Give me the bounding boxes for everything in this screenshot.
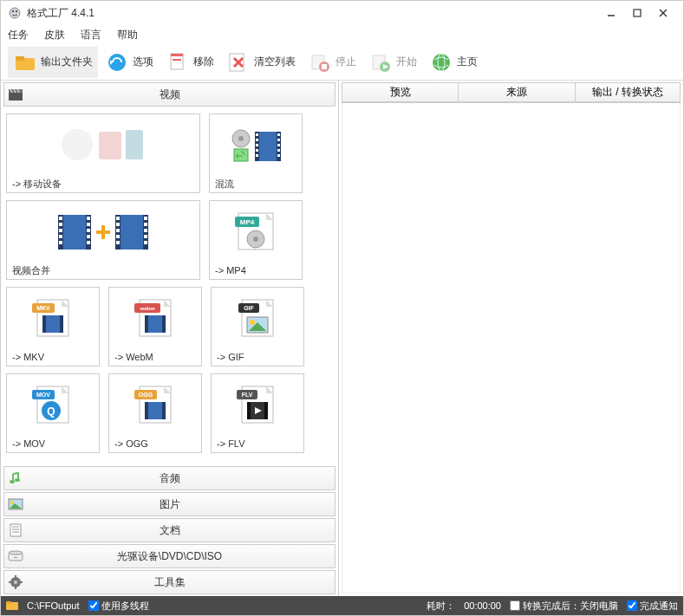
svg-rect-42 [256,149,258,152]
svg-text:OGG: OGG [139,392,153,398]
disc-drive-icon [4,550,27,562]
home-label: 主页 [457,55,478,69]
gear-icon [4,575,27,589]
shutdown-checkbox[interactable]: 转换完成后：关闭电脑 [510,600,618,613]
category-audio-header[interactable]: 音频 [3,466,335,490]
clear-list-button[interactable]: 清空列表 [221,47,301,78]
svg-text:GIF: GIF [244,305,254,311]
category-picture-label: 图片 [27,497,335,512]
category-document-header[interactable]: 文档 [3,518,335,542]
close-button[interactable] [650,4,676,22]
svg-rect-58 [87,223,90,226]
svg-rect-96 [162,315,166,333]
menu-bar: 任务 皮肤 语言 帮助 [1,25,683,44]
elapsed-value: 00:00:00 [464,600,501,611]
tile-video-join[interactable]: 视频合并 [6,200,200,280]
svg-rect-71 [144,223,147,226]
tile-flv-label: -> FLV [212,435,303,452]
options-label: 选项 [133,55,153,69]
svg-point-135 [9,551,23,554]
menu-language[interactable]: 语言 [81,28,101,42]
left-panel: 视频 -> 移动设备 混流 [1,81,339,596]
clear-list-label: 清空列表 [254,55,296,69]
svg-rect-66 [116,223,120,226]
category-tools-header[interactable]: 工具集 [3,570,335,594]
maximize-button[interactable] [624,4,650,22]
svg-point-2 [16,10,17,12]
svg-rect-136 [14,557,17,558]
svg-rect-40 [256,139,258,141]
stop-button[interactable]: 停止 [303,47,362,78]
start-label: 开始 [396,55,417,69]
output-path-text[interactable]: C:\FFOutput [27,600,80,611]
category-video-header[interactable]: 视频 [3,82,335,107]
menu-help[interactable]: 帮助 [117,28,138,42]
tile-ogg-label: -> OGG [109,435,201,452]
svg-rect-47 [277,149,280,152]
svg-rect-12 [171,54,183,56]
svg-text:MP4: MP4 [240,218,255,226]
category-document-label: 文档 [27,523,335,538]
options-button[interactable]: 选项 [100,47,159,78]
music-note-icon [4,471,27,485]
tile-mux[interactable]: 混流 [209,113,303,193]
tile-flv[interactable]: FLV -> FLV [211,373,304,453]
start-button[interactable]: 开始 [363,47,422,78]
svg-rect-52 [59,217,62,220]
svg-rect-59 [87,229,90,232]
svg-rect-72 [144,229,147,232]
tile-mobile-device[interactable]: -> 移动设备 [6,113,200,193]
home-button[interactable]: 主页 [424,47,483,78]
task-list-body[interactable] [342,103,681,593]
mkv-icon: MKV [7,288,99,348]
svg-rect-19 [322,64,327,69]
remove-button[interactable]: 移除 [160,47,219,78]
tile-mp4[interactable]: MP4 -> MP4 [209,200,303,280]
menu-task[interactable]: 任务 [8,28,29,42]
output-folder-button[interactable]: 输出文件夹 [8,47,98,78]
notify-checkbox[interactable]: 完成通知 [627,600,678,613]
svg-point-128 [10,501,14,504]
svg-point-82 [253,237,258,242]
svg-text:Q: Q [47,405,55,418]
svg-rect-55 [59,235,62,238]
category-video-label: 视频 [27,88,335,102]
svg-rect-144 [6,601,11,604]
column-source[interactable]: 来源 [459,82,576,102]
svg-rect-122 [247,402,251,419]
tile-mov[interactable]: MOVQ -> MOV [6,373,100,453]
svg-rect-53 [59,223,62,226]
svg-point-23 [433,54,450,71]
globe-icon [429,50,453,75]
tile-gif-label: -> GIF [212,348,303,366]
minimize-button[interactable] [598,4,624,22]
stop-label: 停止 [335,55,356,69]
video-join-icon [7,201,199,262]
category-picture-header[interactable]: 图片 [3,492,335,516]
webm-icon: webm [109,288,201,348]
column-preview[interactable]: 预览 [342,82,459,102]
svg-rect-54 [59,229,62,232]
tile-webm-label: -> WebM [109,348,201,366]
svg-text:webm: webm [139,306,154,311]
tile-webm[interactable]: webm -> WebM [108,287,202,366]
mov-icon: MOVQ [7,374,99,435]
menu-skin[interactable]: 皮肤 [44,28,65,42]
tile-join-label: 视频合并 [7,262,199,279]
status-bar: C:\FFOutput 使用多线程 耗时： 00:00:00 转换完成后：关闭电… [1,596,683,615]
picture-icon [4,498,27,510]
svg-point-126 [15,478,20,482]
category-disc-header[interactable]: 光驱设备\DVD\CD\ISO [3,544,335,568]
svg-rect-57 [87,217,90,220]
folder-icon [13,50,37,75]
svg-rect-130 [10,524,21,536]
app-icon [8,6,22,20]
svg-rect-4 [634,10,641,16]
tile-ogg[interactable]: OGG -> OGG [108,373,202,453]
svg-rect-39 [256,133,258,136]
multithread-checkbox[interactable]: 使用多线程 [88,600,149,613]
tile-gif[interactable]: GIF -> GIF [211,287,304,366]
options-icon [105,50,129,75]
tile-mkv[interactable]: MKV -> MKV [6,287,100,366]
column-output-status[interactable]: 输出 / 转换状态 [576,82,681,102]
